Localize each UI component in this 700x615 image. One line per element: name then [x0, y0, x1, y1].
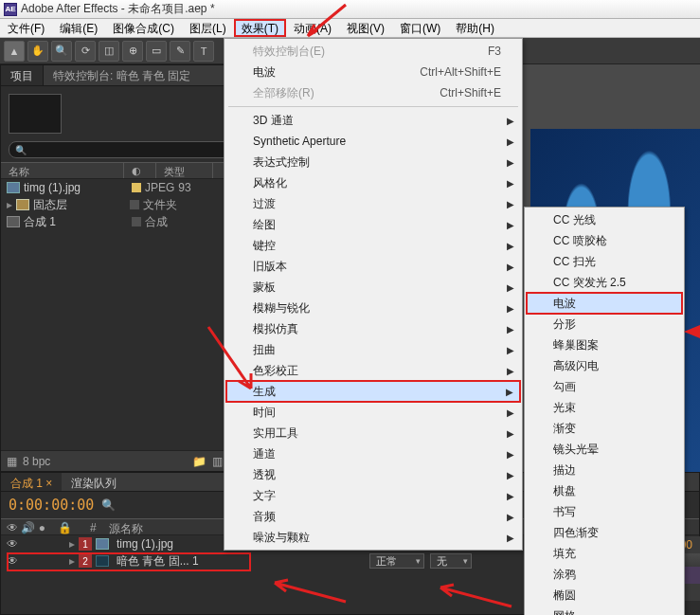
bpc-button[interactable]: 8 bpc — [23, 455, 50, 468]
menu-item-effect-controls[interactable]: 特效控制台(E)F3 — [226, 41, 520, 62]
menu-item-utility[interactable]: 实用工具▶ — [226, 423, 520, 443]
submenu-write-on[interactable]: 书写 — [527, 501, 682, 522]
submenu-arrow-icon: ▶ — [507, 366, 514, 376]
menu-item-perspective[interactable]: 透视▶ — [226, 464, 520, 485]
folder-arrow-icon: ▸ — [7, 198, 12, 211]
tool-zoom[interactable]: 🔍 — [51, 41, 72, 62]
color-swatch — [132, 217, 141, 226]
track-matte-select[interactable]: 无 — [430, 553, 472, 569]
submenu-cc-light-rays[interactable]: CC 光线 — [527, 209, 682, 230]
generate-submenu: CC 光线 CC 喷胶枪 CC 扫光 CC 突发光 2.5 电波 分形 蜂巢图案… — [524, 207, 685, 615]
annotation-arrow-icon — [431, 583, 516, 611]
menu-item-blur-sharpen[interactable]: 模糊与锐化▶ — [226, 298, 520, 318]
new-folder-icon[interactable]: 📁 — [192, 455, 206, 468]
col-name[interactable]: 名称 — [1, 163, 124, 178]
tool-rotate[interactable]: ⟳ — [75, 41, 96, 62]
project-item[interactable]: 合成 1 合成 — [1, 213, 245, 230]
tool-pen[interactable]: ✎ — [170, 41, 190, 62]
submenu-arrow-icon: ▶ — [507, 512, 514, 522]
menu-file[interactable]: 文件(F) — [0, 19, 52, 37]
menu-item-simulation[interactable]: 模拟仿真▶ — [226, 318, 520, 339]
menu-item-distort[interactable]: 扭曲▶ — [226, 339, 520, 360]
submenu-cc-light-sweep[interactable]: CC 扫光 — [527, 251, 682, 272]
submenu-checkerboard[interactable]: 棋盘 — [527, 480, 682, 501]
menu-item-expression-controls[interactable]: 表达式控制▶ — [226, 152, 520, 172]
folder-icon — [16, 199, 29, 210]
eye-icon[interactable]: 👁 — [7, 554, 20, 568]
submenu-stroke[interactable]: 描边 — [527, 460, 682, 480]
search-icon[interactable]: 🔍 — [101, 498, 116, 512]
menu-layer[interactable]: 图层(L) — [182, 19, 234, 37]
submenu-4-color-gradient[interactable]: 四色渐变 — [527, 522, 682, 543]
submenu-beam[interactable]: 光束 — [527, 397, 682, 418]
tab-project[interactable]: 项目 — [1, 65, 44, 85]
twirl-icon[interactable]: ▸ — [69, 554, 75, 568]
tool-text[interactable]: T — [193, 41, 214, 62]
tool-anchor[interactable]: ⊕ — [122, 41, 143, 62]
menu-item-text[interactable]: 文字▶ — [226, 485, 520, 506]
submenu-arrow-icon: ▶ — [507, 241, 514, 251]
submenu-vegas[interactable]: 勾画 — [527, 376, 682, 397]
project-search[interactable]: 🔍 — [9, 141, 238, 158]
menu-item-time[interactable]: 时间▶ — [226, 402, 520, 423]
submenu-arrow-icon: ▶ — [507, 282, 514, 293]
submenu-cell-pattern[interactable]: 蜂巢图案 — [527, 335, 682, 355]
submenu-radio-waves[interactable]: 电波 — [527, 293, 682, 314]
menu-item-generate[interactable]: 生成▶ — [226, 381, 520, 402]
menu-item-3d-channel[interactable]: 3D 通道▶ — [226, 110, 520, 131]
menu-item-color-correction[interactable]: 色彩校正▶ — [226, 360, 520, 381]
menu-item-paint[interactable]: 绘图▶ — [226, 214, 520, 235]
menu-help[interactable]: 帮助(H) — [448, 19, 502, 37]
submenu-arrow-icon: ▶ — [507, 116, 514, 126]
menu-item-stylize[interactable]: 风格化▶ — [226, 172, 520, 193]
menu-item-synthetic-aperture[interactable]: Synthetic Aperture▶ — [226, 131, 520, 152]
menu-composition[interactable]: 图像合成(C) — [105, 19, 182, 37]
menu-item-keying[interactable]: 键控▶ — [226, 235, 520, 256]
submenu-grid[interactable]: 网格 — [527, 606, 682, 615]
menu-item-last-effect[interactable]: 电波Ctrl+Alt+Shift+E — [226, 62, 520, 82]
submenu-gradient-ramp[interactable]: 渐变 — [527, 418, 682, 439]
menu-item-noise-grain[interactable]: 噪波与颗粒▶ — [226, 527, 520, 548]
menu-window[interactable]: 窗口(W) — [392, 19, 448, 37]
submenu-ellipse[interactable]: 椭圆 — [527, 585, 682, 606]
menu-item-channel[interactable]: 通道▶ — [226, 443, 520, 464]
annotation-arrow-icon — [682, 322, 700, 341]
tool-rect[interactable]: ▭ — [146, 41, 167, 62]
project-item[interactable]: timg (1).jpg JPEG 93 — [1, 179, 245, 196]
submenu-cc-glue-gun[interactable]: CC 喷胶枪 — [527, 230, 682, 251]
solid-icon — [96, 555, 109, 567]
menu-item-audio[interactable]: 音频▶ — [226, 506, 520, 527]
col-source-name[interactable]: 源名称 — [103, 519, 149, 534]
project-item[interactable]: ▸ 固态层 文件夹 — [1, 196, 245, 213]
submenu-fill[interactable]: 填充 — [527, 543, 682, 564]
submenu-fractal[interactable]: 分形 — [527, 314, 682, 335]
col-swatch-icon[interactable]: ◐ — [124, 163, 156, 178]
menu-edit[interactable]: 编辑(E) — [52, 19, 105, 37]
new-comp-icon[interactable]: ▦ — [7, 455, 17, 468]
eye-icon[interactable]: 👁 — [7, 537, 20, 551]
tool-hand[interactable]: ✋ — [27, 41, 48, 62]
submenu-arrow-icon: ▶ — [507, 533, 514, 543]
tab-render-queue[interactable]: 渲染队列 — [62, 473, 126, 491]
new-item-icon[interactable]: ▥ — [212, 455, 223, 468]
menu-item-transition[interactable]: 过渡▶ — [226, 193, 520, 214]
menu-item-remove-all[interactable]: 全部移除(R)Ctrl+Shift+E — [226, 82, 520, 103]
col-type[interactable]: 类型 — [156, 163, 213, 178]
item-name: timg (1).jpg — [24, 181, 128, 194]
submenu-cc-light-burst[interactable]: CC 突发光 2.5 — [527, 272, 682, 293]
layer-number: 2 — [79, 554, 92, 568]
menu-item-matte[interactable]: 蒙板▶ — [226, 277, 520, 298]
menu-effect[interactable]: 效果(T) — [234, 19, 286, 37]
submenu-lens-flare[interactable]: 镜头光晕 — [527, 439, 682, 460]
timecode[interactable]: 0:00:00:00 — [9, 497, 94, 514]
twirl-icon[interactable]: ▸ — [69, 537, 75, 551]
blend-mode-select[interactable]: 正常 — [369, 553, 424, 569]
tool-camera[interactable]: ◫ — [99, 41, 119, 62]
menu-item-obsolete[interactable]: 旧版本▶ — [226, 256, 520, 277]
tab-effect-controls[interactable]: 特效控制台: 暗色 青色 固定 — [44, 65, 200, 85]
tool-selection[interactable]: ▲ — [4, 41, 25, 62]
tab-composition[interactable]: 合成 1 × — [1, 473, 62, 491]
submenu-advanced-lightning[interactable]: 高级闪电 — [527, 355, 682, 376]
submenu-scribble[interactable]: 涂鸦 — [527, 564, 682, 585]
submenu-arrow-icon: ▶ — [507, 220, 514, 230]
